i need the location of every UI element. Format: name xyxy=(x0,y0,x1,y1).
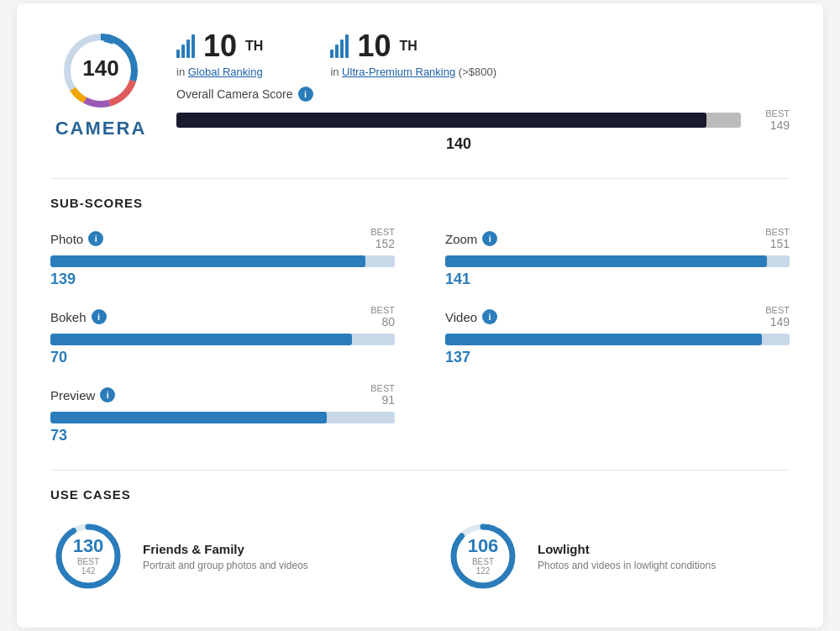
sub-score-name: Photo i xyxy=(50,231,103,246)
sub-score-name: Preview i xyxy=(50,387,115,402)
sub-score-bar-fill xyxy=(445,255,767,267)
sub-score-bar-wrap xyxy=(445,334,790,345)
overall-bar-wrap: BEST 149 140 xyxy=(176,108,790,153)
sub-score-bar-fill xyxy=(445,334,762,345)
sub-score-bar-wrap xyxy=(50,412,395,423)
donut-best: BEST 142 xyxy=(70,557,108,576)
sub-scores-title: SUB-SCORES xyxy=(50,196,790,210)
logo-circle: 140 xyxy=(59,29,143,113)
sub-score-bar-fill xyxy=(50,412,327,423)
sub-score-name: Video i xyxy=(445,309,497,324)
global-ranking-link[interactable]: Global Ranking xyxy=(188,66,263,78)
sub-score-bar-bg xyxy=(445,334,790,345)
use-case-name: Friends & Family xyxy=(143,542,308,556)
ultra-ranking-extra: (>$800) xyxy=(459,66,496,78)
sub-score-bar-bg xyxy=(50,412,395,423)
use-case-desc: Photos and videos in lowlight conditions xyxy=(538,560,716,571)
bokeh-info-icon[interactable]: i xyxy=(92,309,107,324)
overall-section: Overall Camera Score i BEST 149 xyxy=(176,87,790,153)
global-rank-suffix: TH xyxy=(245,39,263,54)
sub-score-name: Bokeh i xyxy=(50,309,107,324)
ultra-rank-number: 10 xyxy=(357,29,391,64)
bar-chart-icon-ultra xyxy=(330,34,349,58)
use-case-info: Friends & Family Portrait and group phot… xyxy=(143,542,308,571)
overall-score-value: 140 xyxy=(446,135,471,153)
overall-bar-fill xyxy=(176,113,706,128)
donut-center: 130 BEST 142 xyxy=(70,537,108,576)
video-info-icon[interactable]: i xyxy=(482,309,497,324)
sub-score-video: Video i BEST 149 137 xyxy=(445,305,790,366)
logo-wrap: 140 CAMERA xyxy=(50,29,151,139)
zoom-info-icon[interactable]: i xyxy=(482,231,497,246)
use-case-desc: Portrait and group photos and videos xyxy=(143,560,308,571)
donut-best: BEST 122 xyxy=(465,557,502,576)
sub-score-header: Photo i BEST 152 xyxy=(50,227,395,250)
donut-score: 106 xyxy=(465,537,502,555)
overall-best-val: 149 xyxy=(748,118,790,132)
sub-score-bar-bg xyxy=(50,334,395,345)
use-case-name: Lowlight xyxy=(538,542,716,556)
sub-score-header: Preview i BEST 91 xyxy=(50,383,395,407)
sub-score-value: 137 xyxy=(445,349,790,366)
use-cases-grid: 130 BEST 142 Friends & Family Portrait a… xyxy=(50,518,790,594)
donut-wrap: 130 BEST 142 xyxy=(50,518,126,594)
sub-score-bokeh: Bokeh i BEST 80 70 xyxy=(50,305,395,366)
global-ranking-main: 10TH xyxy=(176,29,263,64)
use-case-info: Lowlight Photos and videos in lowlight c… xyxy=(538,542,716,571)
sub-score-best: BEST 151 xyxy=(765,227,790,250)
sub-score-bar-bg xyxy=(445,255,790,267)
photo-info-icon[interactable]: i xyxy=(88,231,103,246)
donut-wrap: 106 BEST 122 xyxy=(445,518,521,594)
use-case-friends-&-family: 130 BEST 142 Friends & Family Portrait a… xyxy=(50,518,395,594)
overall-bar-labels: 140 xyxy=(176,135,790,153)
sub-score-header: Bokeh i BEST 80 xyxy=(50,305,395,329)
sub-score-best: BEST 80 xyxy=(370,305,395,329)
main-card: 140 CAMERA 10TH xyxy=(17,3,823,628)
sub-score-value: 139 xyxy=(50,271,395,288)
sub-score-name: Zoom i xyxy=(445,231,497,246)
preview-info-icon[interactable]: i xyxy=(100,387,115,402)
overall-label: Overall Camera Score i xyxy=(176,87,790,102)
overall-bar-bg xyxy=(176,113,741,128)
sub-score-bar-wrap xyxy=(50,255,395,267)
logo-label: CAMERA xyxy=(55,118,147,139)
sub-score-best: BEST 91 xyxy=(370,383,395,407)
sub-score-bar-bg xyxy=(50,255,395,267)
sub-score-header: Video i BEST 149 xyxy=(445,305,790,329)
use-cases-title: USE CASES xyxy=(50,487,790,502)
header-section: 140 CAMERA 10TH xyxy=(50,29,790,153)
ultra-ranking-main: 10TH xyxy=(330,29,496,64)
sub-score-bar-wrap xyxy=(445,255,790,267)
sub-score-bar-wrap xyxy=(50,334,395,345)
sub-score-best: BEST 152 xyxy=(370,227,395,250)
use-case-lowlight: 106 BEST 122 Lowlight Photos and videos … xyxy=(445,518,790,594)
divider-1 xyxy=(50,178,790,179)
divider-2 xyxy=(50,470,790,471)
sub-score-header: Zoom i BEST 151 xyxy=(445,227,790,250)
sub-score-bar-fill xyxy=(50,255,365,267)
sub-score-best: BEST 149 xyxy=(765,305,790,329)
sub-score-zoom: Zoom i BEST 151 141 xyxy=(445,227,790,288)
donut-center: 106 BEST 122 xyxy=(465,537,502,576)
global-rank-label: in Global Ranking xyxy=(176,66,263,78)
bar-chart-icon-global xyxy=(176,34,195,58)
svg-text:140: 140 xyxy=(82,55,118,81)
sub-scores-grid: Photo i BEST 152 139 Zoom i xyxy=(50,227,790,444)
ultra-rank-label: in Ultra-Premium Ranking (>$800) xyxy=(330,66,496,78)
overall-best-label: BEST xyxy=(748,108,790,118)
ultra-ranking-link[interactable]: Ultra-Premium Ranking xyxy=(342,66,455,78)
global-rank-number: 10 xyxy=(203,29,237,64)
sub-score-value: 73 xyxy=(50,427,395,444)
ultra-rank-suffix: TH xyxy=(399,39,417,54)
sub-score-value: 70 xyxy=(50,349,395,366)
global-ranking-item: 10TH in Global Ranking xyxy=(176,29,263,78)
sub-score-photo: Photo i BEST 152 139 xyxy=(50,227,395,288)
rankings-overall: 10TH in Global Ranking xyxy=(176,29,790,153)
overall-info-icon[interactable]: i xyxy=(298,87,313,102)
sub-score-bar-fill xyxy=(50,334,352,345)
ultra-ranking-item: 10TH in Ultra-Premium Ranking (>$800) xyxy=(330,29,496,78)
donut-score: 130 xyxy=(70,537,108,555)
sub-score-preview: Preview i BEST 91 73 xyxy=(50,383,395,444)
sub-score-value: 141 xyxy=(445,271,790,288)
ranking-row: 10TH in Global Ranking xyxy=(176,29,790,78)
